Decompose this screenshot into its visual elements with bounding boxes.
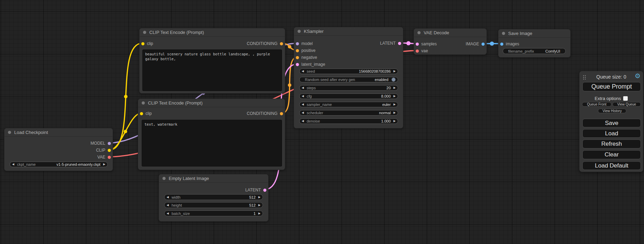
conditioning-slot-dot[interactable] (280, 42, 283, 45)
seed-widget[interactable]: ◀ seed 156680208700286 ▶ (299, 69, 398, 74)
collapse-dot-icon[interactable] (162, 177, 166, 180)
widget-value: ComfyUI (545, 49, 560, 53)
collapse-dot-icon[interactable] (8, 131, 11, 134)
width-widget[interactable]: ◀ width 512 ▶ (164, 194, 263, 200)
collapse-dot-icon[interactable] (298, 30, 301, 33)
arrow-right-icon[interactable]: ▶ (394, 70, 396, 73)
node-header[interactable]: KSampler (294, 27, 403, 36)
refresh-button[interactable]: Refresh (582, 139, 641, 148)
arrow-right-icon[interactable]: ▶ (394, 120, 396, 123)
save-button[interactable]: Save (582, 119, 641, 127)
node-header[interactable]: CLIP Text Encode (Prompt) (138, 99, 285, 107)
widget-value: normal (379, 111, 391, 115)
model-slot-dot[interactable] (296, 42, 299, 45)
collapse-dot-icon[interactable] (417, 31, 421, 34)
arrow-left-icon[interactable]: ◀ (12, 163, 14, 166)
cfg-widget[interactable]: ◀ cfg 8.000 ▶ (299, 93, 398, 99)
widget-value: 8.000 (381, 94, 391, 98)
node-ksampler: KSampler model positive negative latent_… (294, 27, 403, 128)
toggle-dot-icon[interactable] (391, 78, 396, 82)
node-header[interactable]: Save Image (499, 29, 570, 38)
arrow-right-icon[interactable]: ▶ (258, 196, 261, 199)
latent-slot-dot[interactable] (263, 189, 266, 192)
latent-slot-dot[interactable] (398, 42, 401, 45)
node-header[interactable]: CLIP Text Encode (Prompt) (140, 28, 285, 37)
input-slot-samples: samples (414, 40, 437, 47)
arrow-right-icon[interactable]: ▶ (394, 111, 396, 114)
image-slot-dot[interactable] (482, 43, 485, 46)
extra-options-checkbox[interactable] (623, 96, 628, 101)
arrow-left-icon[interactable]: ◀ (167, 196, 169, 199)
steps-widget[interactable]: ◀ steps 20 ▶ (299, 85, 398, 91)
arrow-right-icon[interactable]: ▶ (258, 212, 261, 215)
random-seed-toggle-widget[interactable]: Random seed after every gen enabled (299, 77, 398, 82)
ckpt-name-widget[interactable]: ◀ ckpt_name v1-5-pruned-emaonly.ckpt ▶ (10, 162, 108, 167)
negative-prompt-textarea[interactable]: text, watermark (142, 120, 282, 166)
slot-label: clip (145, 111, 152, 116)
arrow-left-icon[interactable]: ◀ (302, 70, 304, 73)
latent-slot-dot[interactable] (416, 43, 419, 46)
filename-prefix-widget[interactable]: filename_prefix ComfyUI (503, 48, 566, 54)
arrow-right-icon[interactable]: ▶ (258, 204, 261, 207)
arrow-left-icon[interactable]: ◀ (302, 103, 304, 106)
height-widget[interactable]: ◀ height 512 ▶ (164, 202, 263, 208)
denoise-widget[interactable]: ◀ denoise 1.000 ▶ (299, 118, 398, 124)
slot-label: samples (421, 42, 437, 46)
arrow-left-icon[interactable]: ◀ (167, 212, 169, 215)
conditioning-slot-dot[interactable] (296, 49, 299, 52)
queue-menu-panel: Queue size: 0 ⚙ Queue Prompt Extra optio… (579, 71, 643, 172)
slot-label: IMAGE (466, 42, 479, 46)
arrow-left-icon[interactable]: ◀ (302, 111, 304, 114)
widget-name: denoise (307, 119, 320, 123)
node-header[interactable]: Empty Latent Image (159, 174, 268, 183)
node-load-checkpoint: Load Checkpoint MODEL CLIP VAE ◀ ckpt_na… (4, 128, 113, 171)
extra-options-row: Extra options (580, 96, 643, 101)
output-slot-conditioning: CONDITIONING (247, 40, 285, 47)
arrow-left-icon[interactable]: ◀ (167, 204, 169, 207)
latent-slot-dot[interactable] (296, 63, 299, 66)
clear-button[interactable]: Clear (582, 150, 641, 159)
slot-label: negative (301, 55, 317, 60)
output-slot-clip: CLIP (96, 147, 113, 154)
slot-label: LATENT (245, 188, 261, 192)
slot-label: MODEL (90, 141, 105, 146)
queue-front-button[interactable]: Queue Front (582, 102, 611, 107)
conditioning-slot-dot[interactable] (296, 56, 299, 59)
queue-prompt-button[interactable]: Queue Prompt (582, 82, 641, 91)
collapse-dot-icon[interactable] (502, 32, 505, 35)
node-header[interactable]: Load Checkpoint (5, 128, 113, 137)
clip-slot-dot[interactable] (141, 42, 144, 45)
arrow-left-icon[interactable]: ◀ (302, 87, 304, 89)
batch-size-widget[interactable]: ◀ batch_size 1 ▶ (164, 210, 263, 216)
arrow-right-icon[interactable]: ▶ (394, 95, 396, 98)
load-button[interactable]: Load (582, 129, 641, 138)
widget-value: 156680208700286 (359, 69, 391, 73)
clip-slot-dot[interactable] (108, 149, 111, 152)
arrow-left-icon[interactable]: ◀ (302, 120, 304, 123)
input-slot-images: images (499, 40, 519, 47)
view-queue-button[interactable]: View Queue (612, 102, 641, 107)
collapse-dot-icon[interactable] (143, 31, 146, 34)
arrow-right-icon[interactable]: ▶ (394, 87, 396, 89)
node-header[interactable]: VAE Decode (414, 29, 486, 37)
queue-size-label: Queue size: 0 (580, 74, 643, 80)
view-history-button[interactable]: View History (598, 109, 626, 113)
output-slot-image: IMAGE (466, 40, 486, 47)
positive-prompt-textarea[interactable]: beautiful scenery nature glass bottle la… (142, 49, 282, 91)
vae-slot-dot[interactable] (108, 156, 111, 159)
vae-slot-dot[interactable] (416, 49, 419, 53)
scheduler-widget[interactable]: ◀ scheduler normal ▶ (299, 110, 398, 116)
load-default-button[interactable]: Load Default (582, 161, 641, 170)
image-slot-dot[interactable] (500, 43, 503, 46)
gear-icon[interactable]: ⚙ (635, 72, 641, 80)
arrow-right-icon[interactable]: ▶ (394, 103, 396, 106)
arrow-right-icon[interactable]: ▶ (103, 163, 105, 166)
widget-value: 20 (387, 86, 391, 90)
conditioning-slot-dot[interactable] (280, 112, 283, 115)
collapse-dot-icon[interactable] (142, 101, 145, 105)
arrow-left-icon[interactable]: ◀ (302, 95, 304, 98)
sampler-name-widget[interactable]: ◀ sampler_name euler ▶ (299, 102, 398, 107)
clip-slot-dot[interactable] (140, 112, 143, 115)
node-title: CLIP Text Encode (Prompt) (149, 30, 204, 35)
model-slot-dot[interactable] (108, 142, 111, 145)
